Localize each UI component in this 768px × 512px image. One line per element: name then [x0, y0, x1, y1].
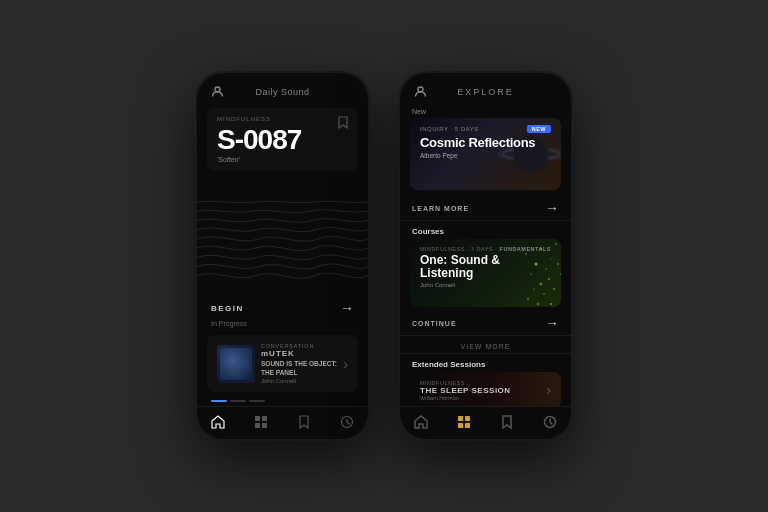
phones-container: Daily Sound MINDFULNESS S-0087 'Soften': [195, 71, 573, 441]
p1-nav-home[interactable]: [205, 413, 231, 431]
p1-subtitle: 'Soften': [217, 156, 348, 163]
sleep-content: MINDFULNESS THE SLEEP SESSION William He…: [410, 380, 546, 401]
featured-card[interactable]: INQUIRY · 5 DAYS NEW Cosmic Reflections …: [410, 118, 561, 190]
p1-code: S-0087: [217, 126, 348, 154]
sleep-author: William Herman: [420, 395, 536, 401]
dot-2: [230, 400, 246, 402]
learn-more-row[interactable]: LEARN MORE →: [400, 196, 571, 221]
svg-point-24: [527, 298, 529, 300]
continue-row[interactable]: CONTINUE →: [400, 311, 571, 336]
bookmark-icon[interactable]: [338, 116, 348, 129]
convo-title: SOUND IS THE OBJECT: THE PANEL: [261, 360, 337, 377]
new-section-label: New: [400, 104, 571, 118]
svg-point-27: [537, 303, 540, 306]
p2-user-icon[interactable]: [414, 85, 427, 98]
svg-rect-3: [255, 423, 260, 428]
convo-author: John Connell: [261, 378, 337, 384]
course-author: John Connell: [420, 282, 551, 288]
p2-body: New INQUIRY · 5 DA: [400, 104, 571, 406]
view-more-label: VIEW MORE: [461, 343, 511, 350]
svg-rect-4: [262, 423, 267, 428]
courses-section-label: Courses: [400, 225, 571, 239]
featured-author: Alberto Pepe: [420, 152, 551, 159]
p1-nav-bookmark[interactable]: [291, 413, 317, 431]
p1-header-title: Daily Sound: [255, 87, 309, 97]
begin-arrow-icon[interactable]: →: [340, 300, 354, 316]
learn-more-label: LEARN MORE: [412, 205, 469, 212]
svg-rect-34: [458, 423, 463, 428]
p2-header-title: EXPLORE: [457, 87, 514, 97]
p2-bottom-nav: [400, 406, 571, 439]
sleep-arrow-icon[interactable]: ›: [546, 382, 561, 398]
p1-conversation-card[interactable]: CONVERSATION mUTEK SOUND IS THE OBJECT: …: [207, 335, 358, 392]
svg-rect-33: [465, 416, 470, 421]
view-more-row[interactable]: VIEW MORE: [400, 340, 571, 354]
p1-nav-clock[interactable]: [334, 413, 360, 431]
course-content: MINDFULNESS · 3 DAYS FUNDAMENTALS One: S…: [410, 239, 561, 295]
featured-title: Cosmic Reflections: [420, 136, 551, 150]
featured-inquiry: INQUIRY · 5 DAYS: [420, 126, 479, 132]
dot-3: [249, 400, 265, 402]
p2-nav-clock[interactable]: [537, 413, 563, 431]
featured-content: INQUIRY · 5 DAYS NEW Cosmic Reflections …: [410, 118, 561, 166]
convo-arrow-icon[interactable]: ›: [343, 356, 348, 372]
p2-nav-bookmark[interactable]: [494, 413, 520, 431]
convo-brand: mUTEK: [261, 349, 337, 358]
conversation-info: CONVERSATION mUTEK SOUND IS THE OBJECT: …: [255, 343, 343, 384]
progress-dots: [197, 400, 368, 402]
conversation-thumbnail: [217, 345, 255, 383]
extended-sessions-label: Extended Sessions: [400, 358, 571, 372]
svg-rect-35: [465, 423, 470, 428]
user-icon[interactable]: [211, 85, 224, 98]
phone-2-screen: EXPLORE New: [400, 73, 571, 439]
p1-header: Daily Sound: [197, 73, 368, 104]
svg-point-28: [550, 303, 552, 305]
sleep-title: THE SLEEP SESSION: [420, 386, 536, 395]
phone-1-screen: Daily Sound MINDFULNESS S-0087 'Soften': [197, 73, 368, 439]
p2-nav-grid[interactable]: [451, 413, 477, 431]
phone-1: Daily Sound MINDFULNESS S-0087 'Soften': [195, 71, 370, 441]
course-meta-right: FUNDAMENTALS: [500, 246, 551, 252]
continue-label: CONTINUE: [412, 320, 457, 327]
p1-bottom-nav: [197, 406, 368, 439]
svg-rect-2: [262, 416, 267, 421]
svg-rect-1: [255, 416, 260, 421]
course-title: One: Sound & Listening: [420, 254, 551, 280]
learn-more-arrow-icon[interactable]: →: [545, 200, 559, 216]
dot-1: [211, 400, 227, 402]
svg-rect-32: [458, 416, 463, 421]
featured-new-badge: NEW: [527, 125, 551, 133]
p1-begin-row[interactable]: BEGIN →: [197, 294, 368, 320]
wave-visualization: [197, 179, 368, 294]
p2-header: EXPLORE: [400, 73, 571, 104]
in-progress-label: In Progress: [197, 320, 368, 333]
course-meta: MINDFULNESS · 3 DAYS FUNDAMENTALS: [420, 246, 551, 252]
p1-mindfulness-card[interactable]: MINDFULNESS S-0087 'Soften': [207, 108, 358, 171]
wave-area: [197, 179, 368, 294]
conversation-thumb-image: [220, 348, 252, 380]
course-card[interactable]: MINDFULNESS · 3 DAYS FUNDAMENTALS One: S…: [410, 239, 561, 307]
sleep-session-card[interactable]: MINDFULNESS THE SLEEP SESSION William He…: [410, 372, 561, 406]
course-meta-left: MINDFULNESS · 3 DAYS: [420, 246, 493, 252]
featured-meta: INQUIRY · 5 DAYS NEW: [420, 125, 551, 133]
continue-arrow-icon[interactable]: →: [545, 315, 559, 331]
p1-card-label: MINDFULNESS: [217, 116, 348, 122]
p1-nav-grid[interactable]: [248, 413, 274, 431]
phone-2: EXPLORE New: [398, 71, 573, 441]
begin-label: BEGIN: [211, 304, 244, 313]
p2-nav-home[interactable]: [408, 413, 434, 431]
